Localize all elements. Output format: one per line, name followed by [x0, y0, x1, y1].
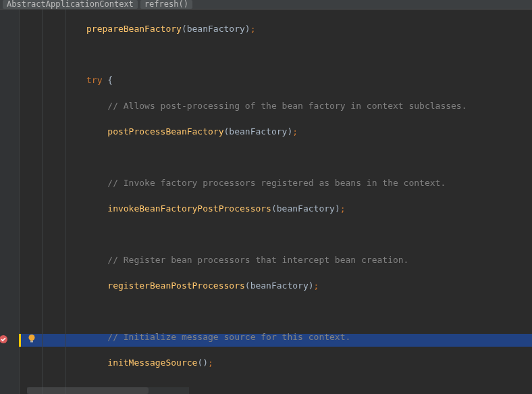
gutter[interactable] — [0, 9, 19, 394]
method-call: prepareBeanFactory — [86, 24, 182, 34]
method-call: registerBeanPostProcessors — [107, 280, 245, 291]
breadcrumb-class[interactable]: AbstractApplicationContext — [3, 0, 138, 9]
keyword-try: try — [86, 75, 102, 85]
caret-indicator — [19, 334, 21, 347]
comment: // Allows post-processing of the bean fa… — [107, 101, 467, 111]
method-call: initMessageSource — [107, 358, 197, 368]
breakpoint-icon[interactable] — [0, 335, 8, 344]
comment: // Invoke factory processors registered … — [107, 178, 446, 188]
comment: // Initialize message source for this co… — [107, 332, 350, 342]
editor[interactable]: prepareBeanFactory(beanFactory); try { /… — [0, 9, 532, 394]
indent-guides — [19, 9, 86, 394]
comment: // Register bean processors that interce… — [107, 255, 408, 265]
code-area[interactable]: prepareBeanFactory(beanFactory); try { /… — [86, 9, 532, 394]
breadcrumb-method[interactable]: refresh() — [140, 0, 192, 9]
breadcrumb[interactable]: AbstractApplicationContext refresh() — [0, 0, 532, 9]
method-call: invokeBeanFactoryPostProcessors — [107, 203, 271, 214]
method-call: postProcessBeanFactory — [107, 126, 223, 137]
